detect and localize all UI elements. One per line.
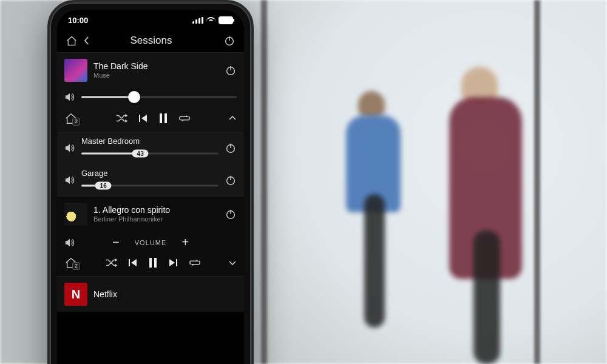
home-icon[interactable]: [66, 35, 78, 46]
room-name: Garage: [81, 169, 219, 178]
expand-icon[interactable]: [228, 260, 237, 266]
volume-slider[interactable]: [81, 92, 237, 103]
album-art: [64, 203, 87, 226]
svg-rect-16: [176, 259, 177, 266]
volume-up-button[interactable]: +: [180, 235, 191, 249]
status-time: 10:00: [68, 16, 88, 25]
svg-rect-13: [129, 259, 130, 266]
room-volume-value: 43: [132, 150, 149, 158]
phone-screen: 10:00 Sessions: [57, 10, 244, 364]
room-volume-slider[interactable]: 43: [81, 148, 219, 159]
zones-button[interactable]: 2: [64, 112, 78, 124]
track-artist: Berliner Philharmoniker: [93, 215, 219, 223]
phone-notch: [105, 10, 196, 24]
svg-rect-6: [164, 113, 167, 123]
pause-icon[interactable]: [149, 258, 157, 268]
svg-rect-5: [160, 113, 162, 123]
session-header[interactable]: 1. Allegro con spirito Berliner Philharm…: [57, 197, 244, 232]
repeat-icon[interactable]: [189, 258, 201, 268]
next-icon[interactable]: [168, 258, 178, 267]
room-power-button[interactable]: [225, 142, 237, 154]
nav-bar: Sessions: [57, 29, 244, 52]
room-volume-slider[interactable]: 16: [81, 180, 219, 191]
session-power-button[interactable]: [225, 208, 237, 220]
album-art: [64, 59, 87, 82]
zone-count: 2: [72, 262, 80, 270]
track-title: The Dark Side: [93, 61, 219, 72]
page-title: Sessions: [85, 35, 217, 47]
room-power-button[interactable]: [225, 174, 237, 186]
session-header[interactable]: The Dark Side Muse: [57, 53, 244, 88]
zones-button[interactable]: 2: [64, 257, 78, 269]
zone-count: 2: [72, 118, 80, 126]
volume-icon[interactable]: [64, 143, 75, 153]
svg-rect-4: [139, 115, 140, 122]
battery-icon: [219, 16, 233, 24]
background-person-child: [358, 91, 385, 118]
previous-icon[interactable]: [138, 114, 148, 123]
repeat-icon[interactable]: [178, 113, 191, 123]
svg-rect-14: [149, 258, 152, 268]
background-person-adult: [473, 231, 500, 364]
session-item: The Dark Side Muse: [57, 52, 244, 196]
background-person-child: [364, 194, 385, 328]
session-header[interactable]: N Netflix: [57, 277, 244, 312]
wifi-icon: [206, 17, 215, 24]
shuffle-icon[interactable]: [115, 113, 127, 123]
pause-icon[interactable]: [159, 113, 168, 123]
room-row: Master Bedroom 43: [57, 132, 244, 164]
session-item: N Netflix: [57, 276, 244, 312]
netflix-icon: N: [64, 283, 87, 306]
track-title: Netflix: [93, 289, 237, 300]
session-item: 1. Allegro con spirito Berliner Philharm…: [57, 196, 244, 276]
room-volume-value: 16: [95, 182, 112, 190]
svg-rect-15: [154, 258, 157, 268]
volume-icon[interactable]: [64, 175, 75, 185]
room-row: Garage 16: [57, 164, 244, 196]
session-power-button[interactable]: [225, 64, 237, 76]
room-name: Master Bedroom: [81, 136, 219, 146]
phone-frame: 10:00 Sessions: [47, 0, 254, 364]
track-artist: Muse: [93, 72, 219, 79]
shuffle-icon[interactable]: [105, 258, 117, 268]
previous-icon[interactable]: [128, 258, 138, 267]
volume-down-button[interactable]: −: [110, 235, 121, 249]
track-title: 1. Allegro con spirito: [93, 205, 219, 215]
collapse-icon[interactable]: [228, 115, 237, 121]
volume-icon[interactable]: [64, 92, 75, 102]
volume-label: VOLUME: [135, 239, 166, 246]
power-icon[interactable]: [223, 35, 236, 47]
sessions-list: The Dark Side Muse: [57, 52, 244, 312]
volume-icon[interactable]: [64, 238, 75, 248]
